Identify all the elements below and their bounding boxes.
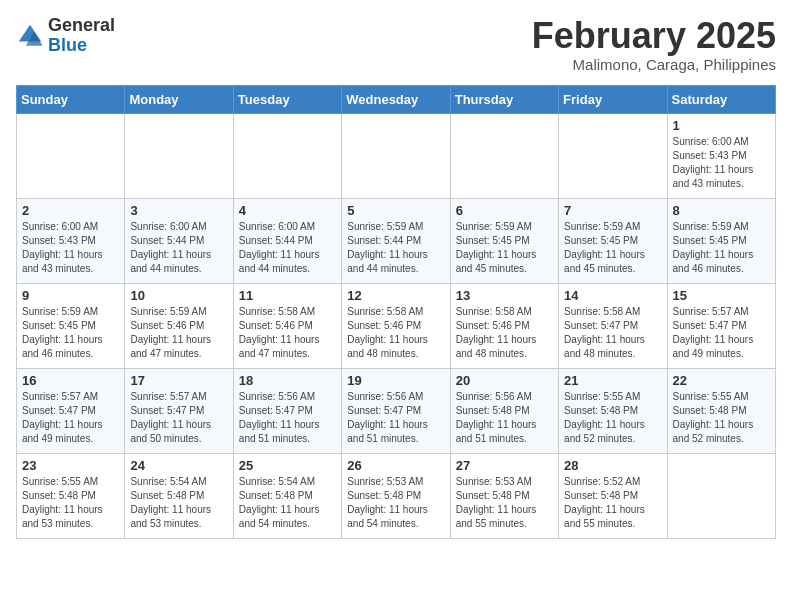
logo-icon: [16, 22, 44, 50]
day-info: Sunrise: 5:59 AM Sunset: 5:46 PM Dayligh…: [130, 305, 227, 361]
day-number: 10: [130, 288, 227, 303]
day-info: Sunrise: 5:57 AM Sunset: 5:47 PM Dayligh…: [673, 305, 770, 361]
calendar-cell: [450, 113, 558, 198]
day-info: Sunrise: 5:54 AM Sunset: 5:48 PM Dayligh…: [130, 475, 227, 531]
calendar-cell: 11Sunrise: 5:58 AM Sunset: 5:46 PM Dayli…: [233, 283, 341, 368]
day-number: 2: [22, 203, 119, 218]
calendar-cell: [342, 113, 450, 198]
calendar-cell: 17Sunrise: 5:57 AM Sunset: 5:47 PM Dayli…: [125, 368, 233, 453]
calendar-cell: 8Sunrise: 5:59 AM Sunset: 5:45 PM Daylig…: [667, 198, 775, 283]
calendar-week-row: 23Sunrise: 5:55 AM Sunset: 5:48 PM Dayli…: [17, 453, 776, 538]
day-info: Sunrise: 5:56 AM Sunset: 5:47 PM Dayligh…: [239, 390, 336, 446]
day-number: 16: [22, 373, 119, 388]
day-info: Sunrise: 6:00 AM Sunset: 5:43 PM Dayligh…: [22, 220, 119, 276]
calendar-cell: 9Sunrise: 5:59 AM Sunset: 5:45 PM Daylig…: [17, 283, 125, 368]
day-info: Sunrise: 5:59 AM Sunset: 5:44 PM Dayligh…: [347, 220, 444, 276]
calendar-cell: [559, 113, 667, 198]
calendar-cell: [17, 113, 125, 198]
calendar-cell: 15Sunrise: 5:57 AM Sunset: 5:47 PM Dayli…: [667, 283, 775, 368]
day-info: Sunrise: 5:59 AM Sunset: 5:45 PM Dayligh…: [22, 305, 119, 361]
day-number: 28: [564, 458, 661, 473]
title-block: February 2025 Malimono, Caraga, Philippi…: [532, 16, 776, 73]
day-info: Sunrise: 5:52 AM Sunset: 5:48 PM Dayligh…: [564, 475, 661, 531]
weekday-header: Friday: [559, 85, 667, 113]
day-info: Sunrise: 5:59 AM Sunset: 5:45 PM Dayligh…: [456, 220, 553, 276]
day-number: 25: [239, 458, 336, 473]
calendar-cell: 7Sunrise: 5:59 AM Sunset: 5:45 PM Daylig…: [559, 198, 667, 283]
day-number: 1: [673, 118, 770, 133]
weekday-header: Saturday: [667, 85, 775, 113]
day-number: 27: [456, 458, 553, 473]
calendar-body: 1Sunrise: 6:00 AM Sunset: 5:43 PM Daylig…: [17, 113, 776, 538]
calendar-cell: 22Sunrise: 5:55 AM Sunset: 5:48 PM Dayli…: [667, 368, 775, 453]
day-number: 24: [130, 458, 227, 473]
calendar-cell: 3Sunrise: 6:00 AM Sunset: 5:44 PM Daylig…: [125, 198, 233, 283]
logo-line1: General: [48, 16, 115, 36]
calendar-cell: 28Sunrise: 5:52 AM Sunset: 5:48 PM Dayli…: [559, 453, 667, 538]
calendar-cell: 2Sunrise: 6:00 AM Sunset: 5:43 PM Daylig…: [17, 198, 125, 283]
calendar-cell: [667, 453, 775, 538]
weekday-header: Tuesday: [233, 85, 341, 113]
calendar-cell: 20Sunrise: 5:56 AM Sunset: 5:48 PM Dayli…: [450, 368, 558, 453]
calendar-cell: 25Sunrise: 5:54 AM Sunset: 5:48 PM Dayli…: [233, 453, 341, 538]
weekday-header: Sunday: [17, 85, 125, 113]
day-number: 11: [239, 288, 336, 303]
day-info: Sunrise: 5:55 AM Sunset: 5:48 PM Dayligh…: [673, 390, 770, 446]
weekday-header: Wednesday: [342, 85, 450, 113]
calendar-cell: 6Sunrise: 5:59 AM Sunset: 5:45 PM Daylig…: [450, 198, 558, 283]
calendar-cell: 16Sunrise: 5:57 AM Sunset: 5:47 PM Dayli…: [17, 368, 125, 453]
calendar-cell: 1Sunrise: 6:00 AM Sunset: 5:43 PM Daylig…: [667, 113, 775, 198]
day-info: Sunrise: 5:56 AM Sunset: 5:47 PM Dayligh…: [347, 390, 444, 446]
calendar-cell: 23Sunrise: 5:55 AM Sunset: 5:48 PM Dayli…: [17, 453, 125, 538]
day-info: Sunrise: 5:59 AM Sunset: 5:45 PM Dayligh…: [673, 220, 770, 276]
location: Malimono, Caraga, Philippines: [532, 56, 776, 73]
day-info: Sunrise: 5:55 AM Sunset: 5:48 PM Dayligh…: [564, 390, 661, 446]
calendar-cell: 18Sunrise: 5:56 AM Sunset: 5:47 PM Dayli…: [233, 368, 341, 453]
day-info: Sunrise: 5:53 AM Sunset: 5:48 PM Dayligh…: [456, 475, 553, 531]
day-info: Sunrise: 5:53 AM Sunset: 5:48 PM Dayligh…: [347, 475, 444, 531]
day-number: 19: [347, 373, 444, 388]
day-number: 7: [564, 203, 661, 218]
day-number: 23: [22, 458, 119, 473]
day-info: Sunrise: 5:57 AM Sunset: 5:47 PM Dayligh…: [22, 390, 119, 446]
calendar-cell: 27Sunrise: 5:53 AM Sunset: 5:48 PM Dayli…: [450, 453, 558, 538]
day-number: 12: [347, 288, 444, 303]
calendar-cell: 19Sunrise: 5:56 AM Sunset: 5:47 PM Dayli…: [342, 368, 450, 453]
calendar-cell: [233, 113, 341, 198]
page-header: General Blue February 2025 Malimono, Car…: [16, 16, 776, 73]
calendar-cell: 26Sunrise: 5:53 AM Sunset: 5:48 PM Dayli…: [342, 453, 450, 538]
day-number: 26: [347, 458, 444, 473]
month-title: February 2025: [532, 16, 776, 56]
calendar-cell: 12Sunrise: 5:58 AM Sunset: 5:46 PM Dayli…: [342, 283, 450, 368]
logo-line2: Blue: [48, 36, 115, 56]
day-info: Sunrise: 5:58 AM Sunset: 5:47 PM Dayligh…: [564, 305, 661, 361]
weekday-header: Monday: [125, 85, 233, 113]
day-number: 20: [456, 373, 553, 388]
day-number: 8: [673, 203, 770, 218]
calendar-cell: 24Sunrise: 5:54 AM Sunset: 5:48 PM Dayli…: [125, 453, 233, 538]
calendar-week-row: 16Sunrise: 5:57 AM Sunset: 5:47 PM Dayli…: [17, 368, 776, 453]
day-info: Sunrise: 5:54 AM Sunset: 5:48 PM Dayligh…: [239, 475, 336, 531]
calendar-cell: [125, 113, 233, 198]
day-number: 17: [130, 373, 227, 388]
calendar-week-row: 9Sunrise: 5:59 AM Sunset: 5:45 PM Daylig…: [17, 283, 776, 368]
calendar-cell: 10Sunrise: 5:59 AM Sunset: 5:46 PM Dayli…: [125, 283, 233, 368]
calendar-cell: 21Sunrise: 5:55 AM Sunset: 5:48 PM Dayli…: [559, 368, 667, 453]
calendar-header: SundayMondayTuesdayWednesdayThursdayFrid…: [17, 85, 776, 113]
day-info: Sunrise: 6:00 AM Sunset: 5:44 PM Dayligh…: [239, 220, 336, 276]
day-number: 9: [22, 288, 119, 303]
calendar-cell: 14Sunrise: 5:58 AM Sunset: 5:47 PM Dayli…: [559, 283, 667, 368]
day-number: 13: [456, 288, 553, 303]
day-info: Sunrise: 5:58 AM Sunset: 5:46 PM Dayligh…: [347, 305, 444, 361]
day-number: 4: [239, 203, 336, 218]
day-info: Sunrise: 6:00 AM Sunset: 5:44 PM Dayligh…: [130, 220, 227, 276]
day-info: Sunrise: 5:55 AM Sunset: 5:48 PM Dayligh…: [22, 475, 119, 531]
day-number: 18: [239, 373, 336, 388]
day-number: 3: [130, 203, 227, 218]
day-info: Sunrise: 5:57 AM Sunset: 5:47 PM Dayligh…: [130, 390, 227, 446]
calendar-table: SundayMondayTuesdayWednesdayThursdayFrid…: [16, 85, 776, 539]
calendar-cell: 5Sunrise: 5:59 AM Sunset: 5:44 PM Daylig…: [342, 198, 450, 283]
day-info: Sunrise: 5:58 AM Sunset: 5:46 PM Dayligh…: [239, 305, 336, 361]
calendar-week-row: 1Sunrise: 6:00 AM Sunset: 5:43 PM Daylig…: [17, 113, 776, 198]
day-info: Sunrise: 6:00 AM Sunset: 5:43 PM Dayligh…: [673, 135, 770, 191]
